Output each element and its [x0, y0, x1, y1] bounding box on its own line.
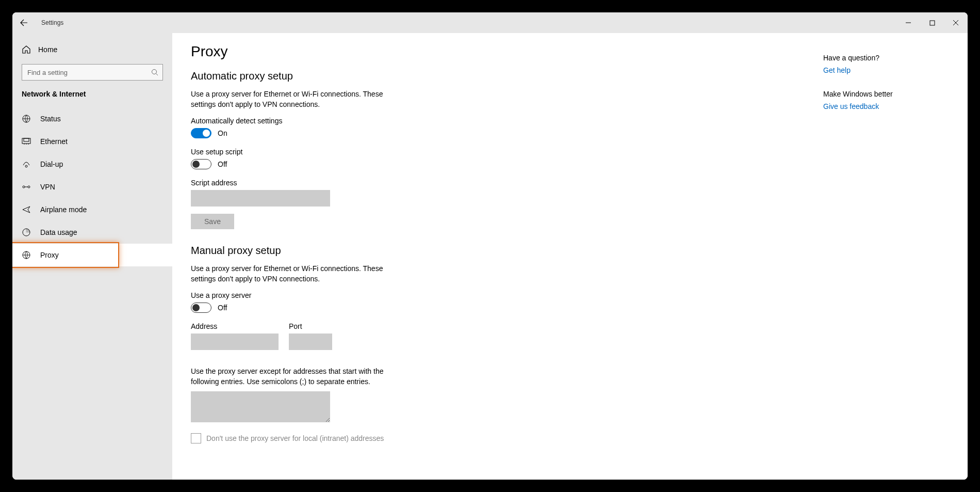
- ethernet-icon: [22, 137, 31, 146]
- right-panel: Have a question? Get help Make Windows b…: [823, 54, 947, 126]
- svg-point-13: [23, 186, 25, 188]
- close-button[interactable]: [944, 12, 968, 33]
- vpn-icon: [22, 182, 31, 192]
- local-intranet-label: Don't use the proxy server for local (in…: [206, 434, 384, 442]
- setup-script-state: Off: [218, 160, 227, 168]
- section-manual-title: Manual proxy setup: [191, 245, 949, 257]
- question-heading: Have a question?: [823, 54, 947, 62]
- sidebar-item-dialup[interactable]: Dial-up: [12, 153, 172, 176]
- script-address-input: [191, 190, 330, 207]
- settings-window: Settings Home: [12, 12, 968, 480]
- sidebar-item-status[interactable]: Status: [12, 107, 172, 130]
- window-title: Settings: [41, 19, 63, 26]
- exceptions-input: [191, 391, 330, 422]
- local-intranet-checkbox[interactable]: [191, 433, 201, 443]
- auto-detect-toggle[interactable]: [191, 128, 211, 138]
- svg-point-12: [25, 165, 27, 167]
- sidebar-item-label: Proxy: [40, 251, 59, 259]
- sidebar-item-label: Dial-up: [40, 160, 63, 168]
- close-icon: [953, 20, 959, 26]
- home-button[interactable]: Home: [12, 38, 172, 61]
- svg-line-5: [156, 74, 158, 76]
- sidebar-item-airplane[interactable]: Airplane mode: [12, 198, 172, 221]
- airplane-icon: [22, 205, 31, 214]
- back-button[interactable]: [12, 12, 35, 33]
- status-icon: [22, 114, 31, 123]
- minimize-button[interactable]: [896, 12, 920, 33]
- search-icon: [151, 69, 158, 76]
- sidebar-item-label: VPN: [40, 183, 55, 191]
- address-label: Address: [191, 322, 279, 330]
- window-controls: [896, 12, 968, 33]
- setup-script-label: Use setup script: [191, 148, 949, 156]
- maximize-icon: [929, 20, 935, 26]
- home-label: Home: [38, 45, 57, 54]
- svg-point-14: [28, 186, 30, 188]
- datausage-icon: [22, 228, 31, 237]
- window-body: Home Network & Internet Status: [12, 33, 968, 480]
- svg-point-4: [152, 70, 157, 74]
- script-address-label: Script address: [191, 179, 949, 187]
- sidebar-item-datausage[interactable]: Data usage: [12, 221, 172, 244]
- exceptions-label: Use the proxy server except for addresse…: [191, 367, 397, 387]
- search-input[interactable]: [26, 68, 151, 77]
- port-input: [289, 334, 332, 350]
- use-proxy-state: Off: [218, 304, 227, 312]
- home-icon: [22, 45, 31, 54]
- feedback-link[interactable]: Give us feedback: [823, 102, 947, 110]
- sidebar-item-ethernet[interactable]: Ethernet: [12, 130, 172, 153]
- svg-rect-1: [930, 21, 935, 25]
- manual-description: Use a proxy server for Ethernet or Wi-Fi…: [191, 264, 397, 284]
- minimize-icon: [905, 20, 911, 26]
- sidebar-item-label: Airplane mode: [40, 205, 87, 214]
- dialup-icon: [22, 160, 31, 169]
- maximize-button[interactable]: [920, 12, 944, 33]
- port-label: Port: [289, 322, 332, 330]
- auto-detect-state: On: [218, 129, 227, 137]
- title-bar: Settings: [12, 12, 968, 33]
- sidebar: Home Network & Internet Status: [12, 33, 172, 480]
- sidebar-item-label: Ethernet: [40, 137, 68, 146]
- auto-save-button: Save: [191, 214, 234, 229]
- svg-rect-7: [22, 138, 30, 144]
- get-help-link[interactable]: Get help: [823, 66, 947, 74]
- sidebar-item-proxy[interactable]: Proxy: [12, 244, 172, 266]
- address-input: [191, 334, 279, 350]
- auto-description: Use a proxy server for Ethernet or Wi-Fi…: [191, 89, 397, 109]
- sidebar-item-label: Status: [40, 115, 61, 123]
- svg-rect-8: [24, 138, 29, 141]
- main-content: Proxy Automatic proxy setup Use a proxy …: [172, 33, 968, 480]
- search-box[interactable]: [22, 64, 163, 81]
- better-heading: Make Windows better: [823, 90, 947, 98]
- setup-script-toggle[interactable]: [191, 159, 211, 169]
- proxy-icon: [22, 250, 31, 260]
- category-label: Network & Internet: [12, 86, 172, 104]
- back-arrow-icon: [20, 19, 28, 27]
- use-proxy-toggle[interactable]: [191, 303, 211, 313]
- sidebar-item-vpn[interactable]: VPN: [12, 176, 172, 198]
- sidebar-item-label: Data usage: [40, 228, 77, 236]
- use-proxy-label: Use a proxy server: [191, 291, 949, 299]
